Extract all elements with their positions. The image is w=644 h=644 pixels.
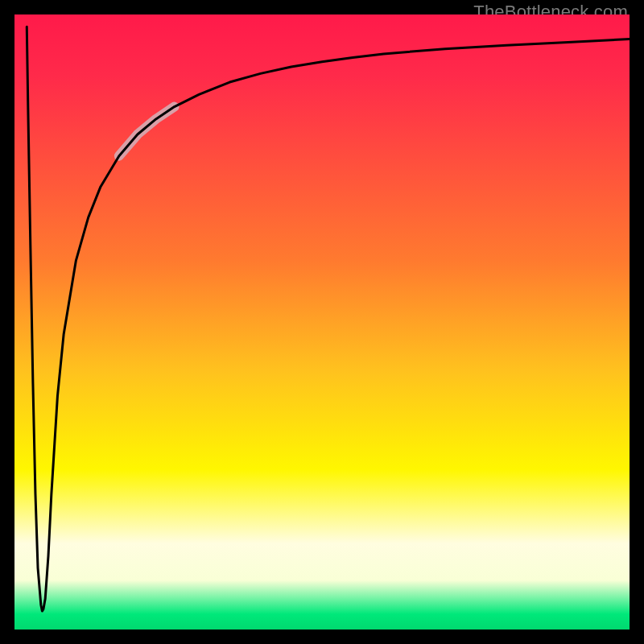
highlight-path	[119, 107, 175, 156]
curve-layer	[14, 14, 630, 630]
plot-area	[14, 14, 630, 630]
chart-container: TheBottleneck.com	[0, 0, 644, 644]
curve-path	[27, 27, 630, 611]
